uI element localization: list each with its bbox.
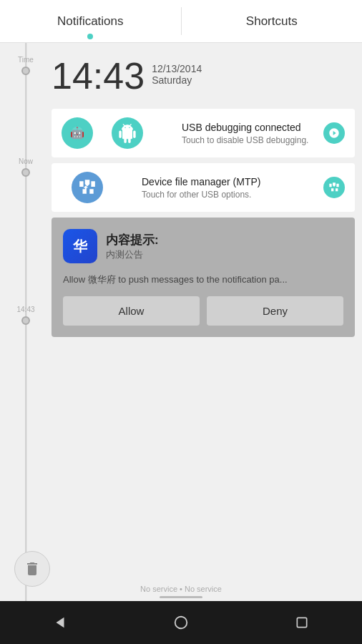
usb-debug-action-icon[interactable] bbox=[323, 122, 345, 144]
main-content: Time Now 14:43 14:43 12/13/2014 Saturday bbox=[0, 43, 362, 601]
svg-rect-5 bbox=[297, 618, 306, 627]
timeline-dot-entry bbox=[21, 316, 30, 325]
timeline-time-label: Time bbox=[18, 56, 34, 64]
timeline-now-label: Now bbox=[19, 157, 33, 165]
dialog-app-subtitle: 内测公告 bbox=[106, 248, 159, 261]
dialog-popup: 华 内容提示: 内测公告 Allow 微华府 to push messages … bbox=[52, 218, 355, 337]
usb-debug-text: USB debugging connected Touch to disable… bbox=[182, 122, 315, 145]
allow-button[interactable]: Allow bbox=[63, 296, 200, 326]
deny-button[interactable]: Deny bbox=[207, 296, 343, 326]
dialog-buttons: Allow Deny bbox=[63, 296, 343, 326]
time-display: 14:43 12/13/2014 Saturday bbox=[52, 50, 355, 109]
dialog-app-title: 内容提示: bbox=[106, 232, 159, 248]
file-manager-action-icon[interactable] bbox=[323, 177, 345, 198]
status-line bbox=[160, 596, 202, 598]
usb-debug-icon: 🤖 bbox=[62, 117, 93, 149]
back-button[interactable] bbox=[46, 608, 74, 637]
timeline: Time Now 14:43 bbox=[0, 43, 52, 601]
timeline-dot-time bbox=[21, 67, 30, 75]
tab-notifications[interactable]: Notifications bbox=[0, 0, 181, 42]
dialog-app-info: 内容提示: 内测公告 bbox=[106, 232, 159, 261]
tab-shortcuts-label: Shortcuts bbox=[246, 14, 298, 29]
recents-button[interactable] bbox=[288, 608, 316, 637]
svg-point-4 bbox=[175, 617, 187, 629]
file-manager-title: Device file manager (MTP) bbox=[142, 176, 315, 187]
timeline-dot-now bbox=[21, 168, 30, 177]
bottom-nav bbox=[0, 601, 362, 644]
clear-notifications-button[interactable] bbox=[14, 551, 50, 587]
timeline-entry-label: 14:43 bbox=[16, 306, 34, 313]
day-text: Saturday bbox=[152, 74, 202, 86]
dialog-app-row: 华 内容提示: 内测公告 bbox=[63, 229, 343, 263]
notification-file-manager[interactable]: Device file manager (MTP) Touch for othe… bbox=[52, 163, 355, 212]
tab-bar: Notifications Shortcuts bbox=[0, 0, 362, 43]
dialog-app-icon: 华 bbox=[63, 229, 97, 263]
file-manager-subtitle: Touch for other USB options. bbox=[142, 190, 315, 200]
date-display: 12/13/2014 Saturday bbox=[152, 57, 202, 86]
tab-notifications-label: Notifications bbox=[57, 14, 124, 29]
notification-usb-debug[interactable]: 🤖 USB debugging connected Touch to disab… bbox=[52, 109, 355, 157]
status-bar-bottom: No service • No service bbox=[0, 582, 362, 601]
date-text: 12/13/2014 bbox=[152, 63, 202, 74]
home-button[interactable] bbox=[167, 608, 195, 637]
status-text: No service • No service bbox=[140, 585, 222, 593]
notifications-list: 14:43 12/13/2014 Saturday 🤖 bbox=[52, 43, 362, 601]
svg-text:🤖: 🤖 bbox=[70, 126, 84, 140]
usb-debug-subtitle: Touch to disable USB debugging. bbox=[182, 135, 315, 145]
clock-display: 14:43 bbox=[52, 57, 145, 94]
tab-shortcuts[interactable]: Shortcuts bbox=[182, 0, 363, 42]
dialog-message: Allow 微华府 to push messages to the notifi… bbox=[63, 273, 343, 286]
usb-debug-title: USB debugging connected bbox=[182, 122, 315, 133]
file-manager-text: Device file manager (MTP) Touch for othe… bbox=[142, 176, 315, 200]
svg-marker-3 bbox=[57, 618, 64, 628]
